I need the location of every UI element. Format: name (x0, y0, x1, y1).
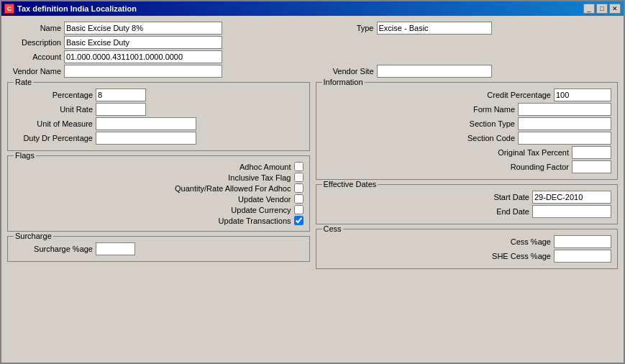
section-code-input[interactable] (518, 132, 611, 145)
update-currency-label: Update Currency (231, 206, 291, 214)
flags-group-title: Flags (14, 151, 36, 160)
window-controls: _ □ ✕ (583, 4, 621, 14)
information-group-title: Information (322, 78, 365, 86)
duty-dr-label: Duty Dr Percentage (14, 134, 93, 142)
unit-rate-input[interactable] (96, 103, 146, 116)
update-transactions-checkbox[interactable] (294, 216, 304, 225)
rounding-factor-label: Rounding Factor (483, 163, 569, 171)
main-area: Rate Percentage Unit Rate Unit of Measur… (7, 82, 618, 357)
start-date-input[interactable] (532, 191, 611, 204)
vendor-name-row: Vendor Name (7, 65, 306, 78)
she-cess-pctage-input[interactable] (554, 250, 611, 263)
window-title: Tax definition India Localization (17, 4, 137, 13)
cess-pctage-label: Cess %age (465, 237, 551, 246)
form-name-input[interactable] (518, 103, 611, 116)
vendor-name-input[interactable] (64, 65, 222, 78)
name-input[interactable] (64, 22, 222, 35)
qty-rate-checkbox[interactable] (294, 183, 304, 193)
inclusive-tax-label: Inclusive Tax Flag (228, 173, 291, 182)
main-content: Name Description Account Vendor Name (1, 16, 624, 363)
title-bar-left: C Tax definition India Localization (4, 4, 137, 14)
adhoc-amount-checkbox[interactable] (294, 162, 304, 171)
minimize-button[interactable]: _ (583, 4, 595, 14)
surcharge-pctage-input[interactable] (96, 242, 135, 255)
section-code-label: Section Code (429, 134, 515, 142)
rounding-factor-input[interactable] (572, 160, 611, 173)
unit-measure-input[interactable] (96, 117, 196, 130)
unit-rate-row: Unit Rate (14, 103, 304, 116)
effective-dates-group: Effective Dates Start Date End Date (316, 184, 619, 224)
rate-group-title: Rate (14, 78, 33, 86)
cess-pctage-row: Cess %age (322, 235, 612, 248)
original-tax-input[interactable] (572, 146, 611, 159)
section-type-input[interactable] (518, 117, 611, 130)
update-transactions-label: Update Transactions (219, 217, 291, 225)
unit-measure-row: Unit of Measure (14, 117, 304, 130)
rate-group: Rate Percentage Unit Rate Unit of Measur… (7, 82, 310, 151)
right-column: Information Credit Percentage Form Name … (316, 82, 619, 357)
effective-dates-title: Effective Dates (322, 180, 378, 188)
credit-percentage-row: Credit Percentage (322, 88, 612, 101)
update-vendor-checkbox[interactable] (294, 194, 304, 204)
surcharge-group-content: Surcharge %age (14, 240, 304, 255)
original-tax-row: Original Tax Percent (322, 146, 612, 159)
rate-group-content: Percentage Unit Rate Unit of Measure (14, 86, 304, 145)
end-date-row: End Date (322, 205, 612, 218)
top-fields: Name Description Account Vendor Name (7, 22, 618, 79)
type-label: Type (320, 24, 374, 32)
cess-group-title: Cess (322, 224, 343, 233)
duty-dr-row: Duty Dr Percentage (14, 132, 304, 145)
effective-dates-content: Start Date End Date (322, 188, 612, 218)
percentage-row: Percentage (14, 88, 304, 101)
qty-rate-label: Quantity/Rate Allowed For Adhoc (175, 184, 291, 193)
adhoc-amount-label: Adhoc Amount (239, 163, 291, 171)
vendor-site-input[interactable] (377, 65, 492, 78)
cess-group: Cess Cess %age SHE Cess %age (316, 229, 619, 269)
description-row: Description (7, 36, 306, 49)
close-button[interactable]: ✕ (609, 4, 621, 14)
information-group: Information Credit Percentage Form Name … (316, 82, 619, 180)
cess-group-content: Cess %age SHE Cess %age (322, 232, 612, 263)
surcharge-group: Surcharge Surcharge %age (7, 236, 310, 262)
section-type-row: Section Type (322, 117, 612, 130)
cess-pctage-input[interactable] (554, 235, 611, 248)
surcharge-group-title: Surcharge (14, 232, 53, 240)
duty-dr-input[interactable] (96, 132, 196, 145)
account-row: Account (7, 50, 306, 63)
maximize-button[interactable]: □ (596, 4, 608, 14)
update-transactions-row: Update Transactions (14, 216, 304, 225)
rounding-factor-row: Rounding Factor (322, 160, 612, 173)
percentage-input[interactable] (96, 88, 146, 101)
name-row: Name (7, 22, 306, 35)
percentage-label: Percentage (14, 91, 93, 99)
end-date-input[interactable] (532, 205, 611, 218)
right-top-fields: Type Vendor Site (320, 22, 619, 79)
update-vendor-label: Update Vendor (238, 195, 291, 204)
section-type-label: Section Type (429, 119, 515, 128)
flags-group: Flags Adhoc Amount Inclusive Tax Flag Qu… (7, 155, 310, 232)
vendor-site-label: Vendor Site (320, 67, 374, 76)
original-tax-label: Original Tax Percent (483, 148, 569, 157)
main-window: C Tax definition India Localization _ □ … (0, 0, 625, 364)
credit-percentage-input[interactable] (554, 88, 611, 101)
name-label: Name (7, 24, 61, 32)
start-date-label: Start Date (443, 193, 529, 201)
description-label: Description (7, 38, 61, 47)
she-cess-pctage-row: SHE Cess %age (322, 250, 612, 263)
surcharge-pctage-row: Surcharge %age (14, 242, 304, 255)
title-bar: C Tax definition India Localization _ □ … (1, 1, 624, 16)
credit-percentage-label: Credit Percentage (465, 91, 551, 99)
update-currency-checkbox[interactable] (294, 205, 304, 214)
flags-group-content: Adhoc Amount Inclusive Tax Flag Quantity… (14, 159, 304, 225)
account-input[interactable] (64, 50, 222, 63)
description-input[interactable] (64, 36, 222, 49)
type-input[interactable] (377, 22, 492, 35)
start-date-row: Start Date (322, 191, 612, 204)
form-name-label: Form Name (429, 105, 515, 114)
qty-rate-row: Quantity/Rate Allowed For Adhoc (14, 183, 304, 193)
vendor-site-row: Vendor Site (320, 65, 619, 78)
inclusive-tax-row: Inclusive Tax Flag (14, 173, 304, 182)
inclusive-tax-checkbox[interactable] (294, 173, 304, 182)
end-date-label: End Date (443, 207, 529, 216)
she-cess-pctage-label: SHE Cess %age (465, 252, 551, 260)
